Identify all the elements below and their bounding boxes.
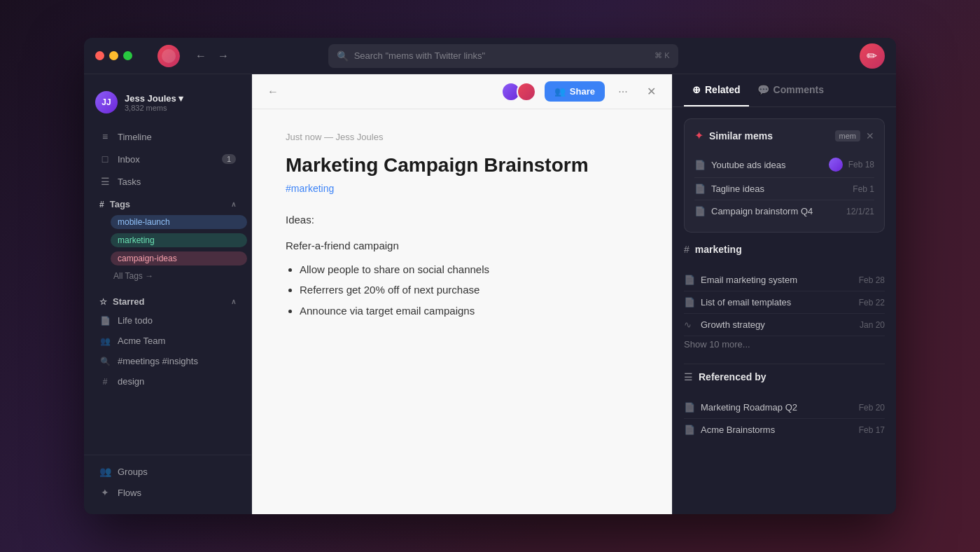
search-placeholder: Search "mems with Twitter links" bbox=[354, 50, 650, 61]
sidebar-item-flows[interactable]: ✦ Flows bbox=[88, 482, 247, 503]
doc-avatar-2 bbox=[517, 82, 536, 102]
tags-label: Tags bbox=[110, 199, 130, 209]
tab-comments[interactable]: 💬 Comments bbox=[749, 74, 832, 106]
share-button[interactable]: 👥 Share bbox=[545, 81, 605, 102]
document-content: Just now — Jess Joules Marketing Campaig… bbox=[252, 109, 672, 514]
starred-item-label: Life todo bbox=[118, 315, 153, 326]
doc-more-button[interactable]: ··· bbox=[613, 82, 633, 102]
mem-title: Email marketing system bbox=[701, 275, 853, 285]
user-name[interactable]: Jess Joules ▾ bbox=[125, 93, 240, 104]
mem-title: List of email templates bbox=[701, 297, 853, 308]
tab-related-label: Related bbox=[705, 84, 741, 95]
sidebar-item-label: Groups bbox=[118, 467, 236, 477]
right-panel-content: ✦ Similar mems mem ✕ 📄 Youtube ads ideas… bbox=[673, 107, 896, 514]
close-button[interactable] bbox=[95, 51, 104, 60]
all-tags-link[interactable]: All Tags → bbox=[84, 268, 251, 284]
inbox-icon: □ bbox=[99, 153, 111, 165]
ref-mem-item[interactable]: 📄 Marketing Roadmap Q2 Feb 20 bbox=[684, 396, 885, 419]
starred-item-meetings[interactable]: 🔍 #meetings #insights bbox=[88, 352, 247, 371]
card-header: ✦ Similar mems mem ✕ bbox=[694, 129, 874, 142]
starred-item-acme-team[interactable]: 👥 Acme Team bbox=[88, 331, 247, 350]
card-close-button[interactable]: ✕ bbox=[866, 130, 874, 142]
starred-item-design[interactable]: # design bbox=[88, 372, 247, 391]
user-avatar: JJ bbox=[95, 91, 118, 113]
sidebar-footer: 👥 Groups ✦ Flows bbox=[84, 455, 251, 503]
right-panel: ⊕ Related 💬 Comments ✦ bbox=[672, 74, 896, 514]
mem-count: 3,832 mems bbox=[125, 104, 240, 112]
sidebar: JJ Jess Joules ▾ 3,832 mems ≡ Timeline bbox=[84, 74, 252, 514]
mem-title: Tagline ideas bbox=[711, 184, 847, 194]
sidebar-item-label: Inbox bbox=[118, 154, 215, 165]
ref-mem-item[interactable]: 📄 Acme Brainstorms Feb 17 bbox=[684, 419, 885, 441]
tasks-icon: ☰ bbox=[99, 176, 111, 187]
chevron-down-icon: ∧ bbox=[231, 298, 236, 305]
forward-button[interactable]: → bbox=[214, 46, 233, 66]
search-icon: 🔍 bbox=[99, 357, 111, 366]
user-section: JJ Jess Joules ▾ 3,832 mems bbox=[84, 85, 251, 125]
nav-arrows: ← → bbox=[191, 46, 233, 66]
app-logo bbox=[158, 45, 180, 67]
similar-mems-title: Similar mems bbox=[709, 130, 830, 142]
sparkle-icon: ✦ bbox=[694, 129, 704, 142]
doc-icon: 📄 bbox=[684, 275, 695, 285]
inbox-badge: 1 bbox=[222, 154, 236, 164]
sidebar-item-groups[interactable]: 👥 Groups bbox=[88, 461, 247, 482]
sidebar-item-inbox[interactable]: □ Inbox 1 bbox=[88, 149, 247, 170]
doc-back-button[interactable]: ← bbox=[263, 82, 283, 102]
right-tabs: ⊕ Related 💬 Comments bbox=[673, 74, 896, 107]
doc-title[interactable]: Marketing Campaign Brainstorm bbox=[286, 153, 638, 177]
group-icon: 👥 bbox=[99, 336, 111, 346]
doc-tag[interactable]: #marketing bbox=[286, 183, 638, 194]
chevron-icon: ∧ bbox=[231, 200, 236, 208]
share-label: Share bbox=[570, 86, 595, 97]
starred-section-header[interactable]: ☆ Starred ∧ bbox=[88, 291, 247, 310]
content-area: ← 👥 Share ··· ✕ Just now — Jes bbox=[252, 74, 896, 514]
similar-mem-item[interactable]: 📄 Tagline ideas Feb 1 bbox=[694, 178, 874, 200]
doc-meta: Just now — Jess Joules bbox=[286, 132, 638, 142]
minimize-button[interactable] bbox=[109, 51, 118, 60]
user-info: Jess Joules ▾ 3,832 mems bbox=[125, 93, 240, 112]
similar-mem-item[interactable]: 📄 Youtube ads ideas Feb 18 bbox=[694, 152, 874, 178]
star-icon: ☆ bbox=[99, 297, 107, 307]
starred-label: Starred bbox=[113, 296, 145, 307]
sidebar-item-timeline[interactable]: ≡ Timeline bbox=[88, 126, 247, 147]
doc-icon: 📄 bbox=[694, 160, 706, 170]
show-more-button[interactable]: Show 10 more... bbox=[684, 336, 885, 352]
tag-mobile-launch[interactable]: mobile-launch bbox=[111, 215, 247, 229]
back-button[interactable]: ← bbox=[191, 46, 211, 66]
mem-title: Campaign brainstorm Q4 bbox=[711, 206, 841, 216]
related-icon: ⊕ bbox=[692, 84, 701, 95]
starred-item-life-todo[interactable]: 📄 Life todo bbox=[88, 311, 247, 330]
fullscreen-button[interactable] bbox=[123, 51, 132, 60]
search-bar[interactable]: 🔍 Search "mems with Twitter links" ⌘ K bbox=[328, 44, 678, 68]
marketing-tag-section: # marketing 📄 Email marketing system Feb… bbox=[684, 244, 885, 352]
referenced-by-icon: ☰ bbox=[684, 371, 693, 382]
mem-title: Marketing Roadmap Q2 bbox=[701, 402, 853, 413]
flows-icon: ✦ bbox=[99, 487, 111, 498]
dropdown-icon: ▾ bbox=[178, 93, 183, 104]
tab-related[interactable]: ⊕ Related bbox=[684, 74, 749, 106]
related-mem-item[interactable]: 📄 Email marketing system Feb 28 bbox=[684, 269, 885, 291]
compose-icon: ✏ bbox=[867, 48, 877, 64]
mem-badge: mem bbox=[835, 130, 860, 142]
similar-mem-item[interactable]: 📄 Campaign brainstorm Q4 12/1/21 bbox=[694, 200, 874, 222]
related-mem-item[interactable]: 📄 List of email templates Feb 22 bbox=[684, 291, 885, 314]
sidebar-item-label: Tasks bbox=[118, 177, 236, 187]
related-mem-item[interactable]: ∿ Growth strategy Jan 20 bbox=[684, 314, 885, 336]
hash-icon: # bbox=[99, 377, 111, 387]
campaign-name: Refer-a-friend campaign bbox=[286, 237, 638, 255]
traffic-lights bbox=[95, 51, 132, 60]
doc-avatars bbox=[501, 82, 536, 102]
tag-marketing[interactable]: marketing bbox=[111, 233, 247, 247]
sidebar-item-tasks[interactable]: ☰ Tasks bbox=[88, 171, 247, 192]
mem-title: Acme Brainstorms bbox=[701, 425, 853, 435]
compose-button[interactable]: ✏ bbox=[860, 43, 885, 69]
starred-item-label: #meetings #insights bbox=[118, 356, 198, 366]
mem-date: Feb 22 bbox=[859, 298, 885, 308]
doc-close-button[interactable]: ✕ bbox=[641, 82, 661, 102]
tags-section-header[interactable]: # Tags ∧ bbox=[88, 193, 247, 212]
starred-item-label: Acme Team bbox=[118, 336, 165, 346]
mem-date: Feb 18 bbox=[848, 160, 874, 170]
mem-date: Jan 20 bbox=[860, 320, 885, 330]
tag-campaign-ideas[interactable]: campaign-ideas bbox=[111, 251, 247, 265]
